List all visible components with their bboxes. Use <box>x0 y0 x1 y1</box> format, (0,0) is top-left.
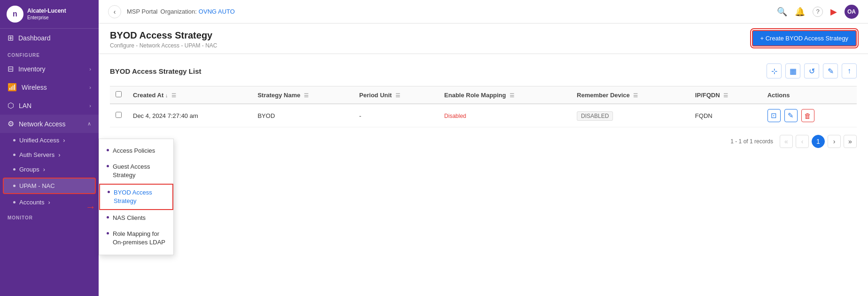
search-icon[interactable]: 🔍 <box>777 7 787 17</box>
submenu-label: BYOD Access Strategy <box>114 188 165 205</box>
submenu-item-byod-access-strategy[interactable]: BYOD Access Strategy <box>99 184 173 210</box>
top-bar: ‹ MSP Portal Organization: OVNG AUTO 🔍 🔔… <box>99 0 868 23</box>
list-header: BYOD Access Strategy List ⊹ ▦ ↺ ✎ ↑ <box>110 63 857 78</box>
dashboard-icon: ⊞ <box>8 33 14 42</box>
col-actions: Actions <box>762 86 857 104</box>
submenu-item-access-policies[interactable]: Access Policies <box>99 143 173 159</box>
edit-button[interactable]: ✎ <box>784 109 798 122</box>
select-all-checkbox[interactable] <box>116 91 122 97</box>
filter-icon-role-mapping[interactable]: ☰ <box>510 93 514 98</box>
chevron-icon: › <box>89 103 91 109</box>
chevron-icon: › <box>89 66 91 72</box>
cell-actions: ⊡ ✎ 🗑 <box>762 104 857 127</box>
page-1-button[interactable]: 1 <box>812 135 825 148</box>
col-period-unit: Period Unit ☰ <box>354 86 439 104</box>
export-icon: ↑ <box>847 67 851 75</box>
cell-created-at: Dec 4, 2024 7:27:40 am <box>127 104 252 127</box>
sidebar-item-dashboard[interactable]: ⊞ Dashboard <box>0 29 99 47</box>
edit-columns-button[interactable]: ✎ <box>823 63 838 78</box>
sidebar-item-inventory[interactable]: ⊟ Inventory › <box>0 60 99 78</box>
remember-device-badge: DISABLED <box>577 111 613 121</box>
first-page-button[interactable]: « <box>780 135 793 148</box>
network-access-icon: ⚙ <box>8 119 14 128</box>
sidebar-item-wireless[interactable]: 📶 Wireless › <box>0 78 99 96</box>
submenu-label: NAS Clients <box>113 214 146 222</box>
org-value[interactable]: OVNG AUTO <box>199 8 235 15</box>
cell-strategy-name: BYOD <box>252 104 353 127</box>
filter-icon-remember-device[interactable]: ☰ <box>633 93 638 98</box>
columns-icon: ⊹ <box>771 67 777 76</box>
sidebar-item-label: Network Access <box>19 120 66 128</box>
page-header: BYOD Access Strategy Configure - Network… <box>99 23 868 54</box>
submenu-item-nas-clients[interactable]: NAS Clients <box>99 210 173 226</box>
row-checkbox[interactable] <box>116 112 122 118</box>
sidebar: n Alcatel-Lucent Enterprise ⊞ Dashboard … <box>0 0 99 296</box>
content-area: BYOD Access Strategy List ⊹ ▦ ↺ ✎ ↑ <box>99 54 868 296</box>
sidebar-item-lan[interactable]: ⬡ LAN › <box>0 96 99 115</box>
sidebar-sub-item-groups[interactable]: Groups › <box>0 162 99 177</box>
col-enable-role-mapping: Enable Role Mapping ☰ <box>439 86 571 104</box>
sidebar-sub-label: Groups <box>19 166 39 173</box>
pagination-info: 1 - 1 of 1 records <box>730 138 773 145</box>
byod-table: Created At ↓ ☰ Strategy Name ☰ Period Un… <box>110 86 857 127</box>
sidebar-sub-item-upam-nac[interactable]: UPAM - NAC <box>3 178 96 194</box>
monitor-section-label: MONITOR <box>0 210 99 222</box>
columns-toggle-button[interactable]: ⊹ <box>767 63 782 78</box>
filter-button[interactable]: ▦ <box>785 63 800 78</box>
refresh-button[interactable]: ↺ <box>804 63 819 78</box>
sidebar-sub-item-auth-servers[interactable]: Auth Servers › <box>0 148 99 162</box>
bullet-icon <box>107 149 109 151</box>
sidebar-sub-item-unified-access[interactable]: Unified Access › <box>0 133 99 148</box>
export-button[interactable]: ↑ <box>842 63 857 78</box>
sidebar-sub-item-accounts[interactable]: Accounts › <box>0 195 99 210</box>
submenu-item-role-mapping-ldap[interactable]: Role Mapping for On-premises LDAP <box>99 226 173 250</box>
prev-page-button[interactable]: ‹ <box>796 135 809 148</box>
sidebar-item-label: Wireless <box>22 84 47 91</box>
filter-icon: ▦ <box>790 67 797 76</box>
filter-icon-ip-fqdn[interactable]: ☰ <box>723 93 728 98</box>
expand-button[interactable]: ⊡ <box>767 109 781 122</box>
table-row: Dec 4, 2024 7:27:40 am BYOD - Disabled D… <box>110 104 857 127</box>
back-icon: ‹ <box>114 8 116 16</box>
filter-icon-period-unit[interactable]: ☰ <box>395 93 400 98</box>
cell-period-unit: - <box>354 104 439 127</box>
refresh-icon: ↺ <box>809 67 815 76</box>
last-page-button[interactable]: » <box>844 135 857 148</box>
youtube-icon[interactable]: ▶ <box>830 7 837 17</box>
create-byod-button[interactable]: + Create BYOD Access Strategy <box>752 30 857 47</box>
user-avatar[interactable]: OA <box>845 5 859 19</box>
msp-portal-label[interactable]: MSP Portal <box>127 8 158 15</box>
bell-icon[interactable]: 🔔 <box>795 7 805 17</box>
submenu-label: Role Mapping for On-premises LDAP <box>113 230 166 247</box>
submenu-popup: Access Policies Guest Access Strategy BY… <box>99 139 174 255</box>
sort-icon[interactable]: ↓ <box>165 93 168 98</box>
back-button[interactable]: ‹ <box>108 5 121 18</box>
configure-section-label: CONFIGURE <box>0 47 99 60</box>
filter-icon-created-at[interactable]: ☰ <box>171 93 176 98</box>
delete-button[interactable]: 🗑 <box>801 109 814 122</box>
bullet-icon <box>13 139 16 141</box>
inventory-icon: ⊟ <box>8 64 14 73</box>
chevron-icon: › <box>89 85 91 90</box>
bullet-icon <box>107 216 109 218</box>
page-title: BYOD Access Strategy <box>110 30 217 41</box>
filter-icon-strategy-name[interactable]: ☰ <box>304 93 309 98</box>
sidebar-sub-label: Accounts <box>19 199 44 206</box>
sidebar-item-network-access[interactable]: ⚙ Network Access ∧ <box>0 115 99 133</box>
sidebar-item-label: Dashboard <box>18 34 51 42</box>
cell-enable-role-mapping: Disabled <box>439 104 571 127</box>
next-page-button[interactable]: › <box>828 135 841 148</box>
logo-icon: n <box>7 6 23 23</box>
submenu-item-guest-access-strategy[interactable]: Guest Access Strategy <box>99 159 173 183</box>
bullet-icon <box>13 201 16 203</box>
bullet-icon <box>107 232 109 234</box>
main-content: ‹ MSP Portal Organization: OVNG AUTO 🔍 🔔… <box>99 0 868 296</box>
submenu-label: Guest Access Strategy <box>113 163 166 179</box>
cell-ip-fqdn: FQDN <box>690 104 762 127</box>
lan-icon: ⬡ <box>8 101 14 110</box>
bullet-icon <box>108 191 110 193</box>
col-strategy-name: Strategy Name ☰ <box>252 86 353 104</box>
bullet-icon <box>13 168 16 171</box>
help-icon[interactable]: ? <box>813 7 823 17</box>
bullet-icon <box>13 185 16 187</box>
